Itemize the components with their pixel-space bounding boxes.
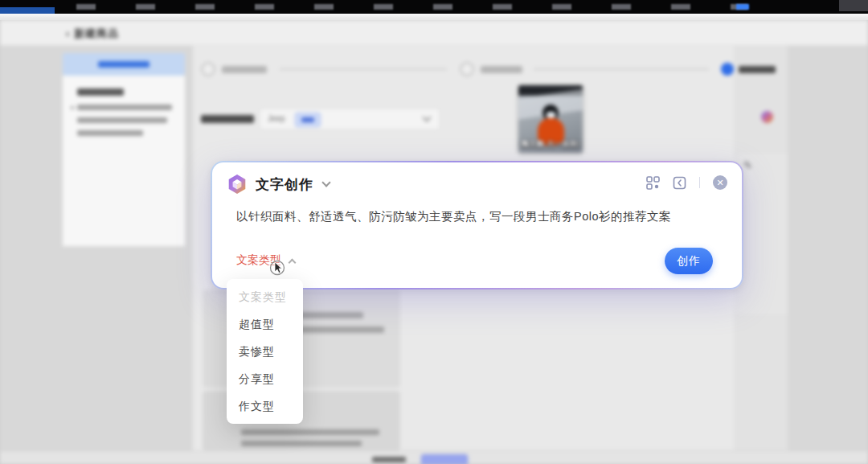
collapse-panel-icon[interactable] [673,176,686,190]
bottom-primary-button-partial[interactable] [421,454,468,464]
sidebar-text-line [77,117,167,123]
step-connector [280,68,447,70]
modal-header-actions: ✕ [646,175,727,190]
sidebar-panel-title-blur [77,88,124,96]
category-label-blur [201,115,254,123]
browser-topbar [0,0,868,14]
bullet-dot [71,106,74,109]
card-text-line [241,429,379,435]
step-3-circle-active [721,63,734,76]
dropdown-item-placeholder: 文案类型 [227,283,303,310]
step-1-label-blur [222,66,267,73]
person-mask [547,112,555,118]
close-icon[interactable]: ✕ [713,175,727,190]
modal-header: 文字创作 [227,173,330,195]
card-text-line [241,441,362,446]
app-screen: ‹ 新建商品 Jeep [0,0,868,464]
prompt-text: 以针织面料、舒适透气、防污防皱为主要卖点，写一段男士商务Polo衫的推荐文案 [236,209,719,224]
app-logo-icon [227,174,248,195]
thumbnail-caption: 陶天鹅 六一休闲! [518,139,583,150]
topbar-active-tab[interactable] [0,7,55,14]
assistant-dot-icon[interactable] [761,111,773,123]
chevron-down-icon [422,113,431,121]
dropdown-item-sharing[interactable]: 分享型 [227,365,303,392]
category-select[interactable]: Jeep [259,108,440,130]
step-1-circle [201,62,215,76]
bottom-action-bar [0,450,868,464]
category-tag-chip [295,113,321,127]
step-2-label-blur [481,66,522,73]
sidebar-text-line [77,105,172,110]
step-connector [534,68,709,70]
mouse-cursor [268,259,286,277]
chevron-down-icon[interactable] [321,178,330,187]
breadcrumb-bar: ‹ 新建商品 [0,20,868,46]
back-icon[interactable]: ‹ [66,27,70,39]
create-button[interactable]: 创作 [665,248,713,274]
text-creation-modal: 文字创作 ✕ 以针织面料、舒适透气、防污防皱为主要卖点，写一段男士商务Polo衫… [211,161,743,289]
chip-text-blur [301,117,314,122]
bottom-text-blur [372,457,406,462]
sidebar-tips-panel [63,76,185,246]
step-2-circle [460,62,474,76]
step-3-label-blur [739,66,776,73]
topbar-blue-icon [736,4,749,10]
breadcrumb[interactable]: ‹ 新建商品 [66,27,119,41]
topbar-blurred-tabs [76,4,747,10]
category-select-value: Jeep [268,114,285,123]
product-thumbnail[interactable]: 陶天鹅 六一休闲! [518,85,583,153]
dropdown-item-essay[interactable]: 作文型 [227,392,303,420]
apps-grid-icon[interactable] [646,176,660,190]
dropdown-item-sympathy[interactable]: 卖惨型 [227,338,303,365]
sidebar-tab-label-blur [98,61,149,68]
dropdown-item-value[interactable]: 超值型 [227,310,303,338]
topbar-divider [0,14,868,20]
copy-type-selector[interactable]: 文案类型 [236,253,295,268]
modal-title: 文字创作 [256,175,313,194]
chevron-up-icon [289,258,297,266]
divider [699,177,700,188]
sidebar-text-line [77,130,143,136]
pencil-icon[interactable]: ✎ [743,159,752,171]
copy-type-dropdown: 文案类型 超值型 卖惨型 分享型 作文型 [227,279,303,424]
breadcrumb-label: 新建商品 [74,27,119,39]
topbar-window-control[interactable] [839,0,868,11]
sidebar-active-tab[interactable] [63,53,185,76]
